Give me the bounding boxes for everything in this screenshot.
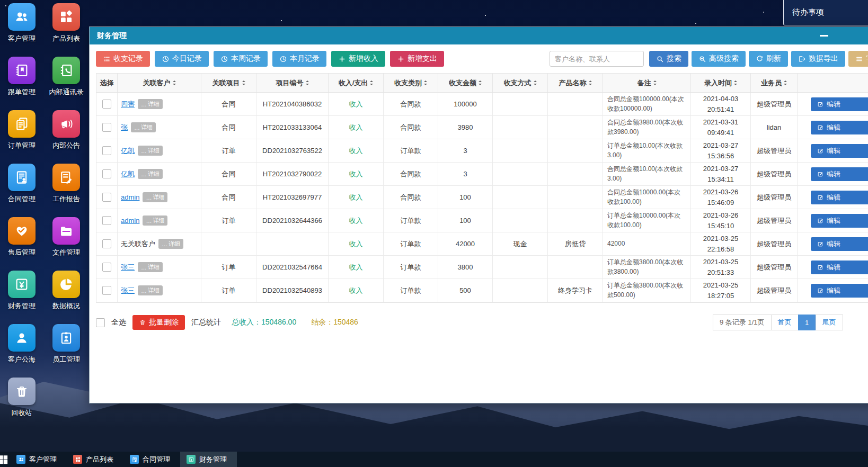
detail-button[interactable]: …详细 [138,146,163,156]
taskbar-item[interactable]: 财务管理 [180,452,237,467]
desktop-icon[interactable]: 客户管理 [0,3,43,57]
toolbar-button[interactable]: 高级搜索 [692,51,746,67]
edit-button[interactable]: 编辑 [811,167,868,181]
first-page-button[interactable]: 首页 [771,315,799,330]
taskbar-item[interactable]: 产品列表 [67,452,123,467]
desktop-icon[interactable]: 产品列表 [45,3,88,57]
detail-button[interactable]: …详细 [143,192,167,202]
customer-pool-icon [14,330,30,346]
detail-button[interactable]: …详细 [138,285,163,295]
desktop-icon[interactable]: 售后管理 [0,217,43,271]
column-header[interactable]: 收支类别 [384,74,438,93]
amount-cell: 3 [438,163,493,186]
column-header[interactable]: 管理 [798,74,868,93]
detail-button[interactable]: …详细 [138,169,163,179]
edit-button[interactable]: 编辑 [811,284,868,298]
todo-panel[interactable]: 待办事项 [783,0,868,25]
detail-button[interactable]: …详细 [138,99,163,109]
category-cell: 合同款 [384,93,438,116]
toolbar-button[interactable]: 本周记录 [214,51,268,67]
finance-window: 财务管理 收支记录 今日记录 本周记录 本月记录 新增收入 新增支出 [89,26,868,403]
desktop-icon[interactable]: 文件管理 [45,217,88,271]
edit-button[interactable]: 编辑 [811,191,868,204]
sort-icon [589,80,592,85]
minimize-button[interactable] [814,27,834,44]
customer-link[interactable]: 亿凯 [121,169,135,179]
pagination: 9 条记录 1/1页 首页 1 尾页 [713,315,843,330]
edit-button[interactable]: 编辑 [811,121,868,134]
desktop-icon[interactable]: 订单管理 [0,110,43,164]
customer-link[interactable]: 张三 [121,263,135,272]
desktop-icon-label: 客户公海 [8,355,36,364]
edit-button[interactable]: 编辑 [811,214,868,228]
select-all-checkbox[interactable] [96,318,105,327]
desktop-icon[interactable]: 客户公海 [0,324,43,378]
customer-link[interactable]: 亿凯 [121,146,135,156]
category-cell: 订单款 [384,232,438,256]
customer-link[interactable]: admin [121,217,139,224]
table-row: 张 …详细 合同 HT2021033133064 收入 合同款 3980 合同总… [96,116,868,139]
customer-link[interactable]: 四害 [121,100,135,109]
row-checkbox[interactable] [102,100,111,109]
desktop-icon[interactable]: 内部通讯录 [45,57,88,110]
desktop-icon[interactable]: 财务管理 [0,271,43,324]
column-header[interactable]: 关联项目 [201,74,256,93]
edit-button[interactable]: 编辑 [811,261,868,274]
desktop-icon[interactable]: 工作报告 [45,164,88,217]
row-checkbox[interactable] [102,169,111,178]
column-header[interactable]: 录入时间 [691,74,751,93]
edit-button[interactable]: 编辑 [811,237,868,251]
column-header[interactable]: 项目编号 [256,74,329,93]
toolbar-button[interactable]: 收支记录 [96,51,150,67]
toolbar-button[interactable]: 今日记录 [155,51,209,67]
desktop-icon[interactable]: 跟单管理 [0,57,43,110]
detail-button[interactable]: …详细 [158,239,183,249]
start-button[interactable] [0,452,10,467]
desktop-icon[interactable]: 内部公告 [45,110,88,164]
customer-link[interactable]: 无关联客户 [121,239,155,249]
column-header[interactable]: 收入/支出 [329,74,384,93]
detail-button[interactable]: …详细 [131,122,156,132]
desktop-icon[interactable]: 合同管理 [0,164,43,217]
current-page[interactable]: 1 [798,315,816,330]
column-header[interactable]: 关联客户 [118,74,201,93]
edit-button[interactable]: 编辑 [811,144,868,158]
detail-button[interactable]: …详细 [138,262,163,272]
edit-button[interactable]: 编辑 [811,97,868,111]
row-checkbox[interactable] [102,263,111,272]
last-page-button[interactable]: 尾页 [816,315,843,330]
row-checkbox[interactable] [102,216,111,225]
column-header[interactable]: 业务员 [751,74,798,93]
row-checkbox[interactable] [102,146,111,155]
row-checkbox[interactable] [102,239,111,248]
toolbar-button[interactable]: 新增支出 [390,51,444,67]
column-header[interactable]: 产品名称 [548,74,603,93]
column-header[interactable]: 备注 [603,74,691,93]
taskbar-item[interactable]: 客户管理 [10,452,67,467]
toolbar-button[interactable]: 本月记录 [272,51,326,67]
windows-start-icon [0,454,9,465]
desktop-icon[interactable]: 数据概况 [45,271,88,324]
batch-delete-button[interactable]: 批量删除 [132,315,185,330]
customer-link[interactable]: 张三 [121,286,135,295]
row-checkbox[interactable] [102,123,111,132]
ellipsis-icon: … [141,171,147,177]
column-header[interactable]: 收支方式 [493,74,548,93]
toolbar-button[interactable]: 搜索 [649,51,688,67]
desktop-icon[interactable]: 回收站 [0,378,43,431]
toolbar-button[interactable]: 刷新 [749,51,788,67]
customer-link[interactable]: 张 [121,123,128,132]
column-header[interactable]: 收支金额 [438,74,493,93]
row-checkbox[interactable] [102,193,111,202]
total-income: 总收入：150486.00 [232,318,296,327]
toolbar-button[interactable]: 字 [848,51,868,67]
customer-link[interactable]: admin [121,193,139,201]
search-input[interactable] [550,51,644,67]
taskbar-item[interactable]: 合同管理 [123,452,180,467]
detail-button[interactable]: …详细 [143,215,167,226]
desktop-icon[interactable]: 员工管理 [45,324,88,378]
row-checkbox[interactable] [102,286,111,295]
column-header[interactable]: 选择 [96,74,118,93]
toolbar-button[interactable]: 数据导出 [791,51,845,67]
toolbar-button[interactable]: 新增收入 [331,51,385,67]
